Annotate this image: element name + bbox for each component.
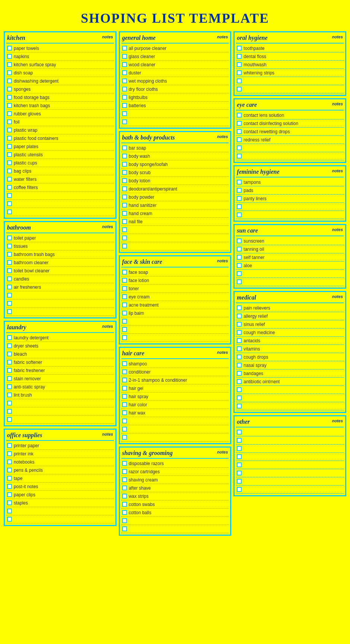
checkbox[interactable] [7,193,12,198]
checkbox[interactable] [7,417,12,422]
checkbox[interactable] [7,103,12,108]
checkbox[interactable] [7,252,12,257]
checkbox[interactable] [122,186,127,191]
checkbox[interactable] [122,227,127,232]
checkbox[interactable] [122,427,127,432]
checkbox[interactable] [7,128,12,132]
checkbox[interactable] [7,136,12,141]
checkbox[interactable] [122,302,127,307]
checkbox[interactable] [122,211,127,216]
checkbox[interactable] [237,338,242,343]
checkbox[interactable] [7,236,12,240]
checkbox[interactable] [7,70,12,75]
checkbox[interactable] [7,201,12,206]
checkbox[interactable] [7,500,12,505]
checkbox[interactable] [237,121,242,126]
checkbox[interactable] [7,87,12,92]
checkbox[interactable] [122,469,127,474]
checkbox[interactable] [7,335,12,340]
checkbox[interactable] [7,276,12,281]
checkbox[interactable] [122,62,127,67]
checkbox[interactable] [237,238,242,243]
checkbox[interactable] [122,244,127,249]
checkbox[interactable] [237,371,242,376]
checkbox[interactable] [237,79,242,83]
checkbox[interactable] [237,363,242,368]
checkbox[interactable] [237,70,242,75]
checkbox[interactable] [237,188,242,193]
checkbox[interactable] [122,236,127,240]
checkbox[interactable] [122,70,127,75]
checkbox[interactable] [237,387,242,392]
checkbox[interactable] [7,309,12,314]
checkbox[interactable] [237,454,242,459]
checkbox[interactable] [237,137,242,142]
checkbox[interactable] [237,462,242,467]
checkbox[interactable] [122,319,127,324]
checkbox[interactable] [122,203,127,208]
checkbox[interactable] [7,393,12,397]
checkbox[interactable] [122,219,127,224]
checkbox[interactable] [237,204,242,209]
checkbox[interactable] [237,330,242,335]
checkbox[interactable] [237,180,242,185]
checkbox[interactable] [237,395,242,400]
checkbox[interactable] [7,54,12,59]
checkbox[interactable] [7,244,12,249]
checkbox[interactable] [7,468,12,472]
checkbox[interactable] [7,177,12,182]
checkbox[interactable] [237,62,242,67]
checkbox[interactable] [122,178,127,183]
checkbox[interactable] [122,327,127,332]
checkbox[interactable] [122,54,127,59]
checkbox[interactable] [7,119,12,124]
checkbox[interactable] [122,119,127,124]
checkbox[interactable] [7,301,12,306]
checkbox[interactable] [237,271,242,276]
checkbox[interactable] [7,509,12,513]
checkbox[interactable] [122,95,127,100]
checkbox[interactable] [7,62,12,67]
checkbox[interactable] [122,195,127,199]
checkbox[interactable] [122,145,127,150]
checkbox[interactable] [122,494,127,499]
checkbox[interactable] [7,111,12,116]
checkbox[interactable] [7,260,12,265]
checkbox[interactable] [122,419,127,423]
checkbox[interactable] [237,263,242,268]
checkbox[interactable] [237,305,242,310]
checkbox[interactable] [122,461,127,466]
checkbox[interactable] [7,352,12,356]
checkbox[interactable] [122,402,127,407]
checkbox[interactable] [122,410,127,415]
checkbox[interactable] [237,479,242,484]
checkbox[interactable] [7,185,12,190]
checkbox[interactable] [122,386,127,391]
checkbox[interactable] [122,435,127,440]
checkbox[interactable] [237,196,242,201]
checkbox[interactable] [7,360,12,365]
checkbox[interactable] [122,79,127,83]
checkbox[interactable] [122,361,127,366]
checkbox[interactable] [7,451,12,456]
checkbox[interactable] [122,270,127,275]
checkbox[interactable] [122,162,127,167]
checkbox[interactable] [237,54,242,59]
checkbox[interactable] [7,160,12,165]
checkbox[interactable] [237,487,242,492]
checkbox[interactable] [122,103,127,108]
checkbox[interactable] [7,152,12,157]
checkbox[interactable] [7,46,12,51]
checkbox[interactable] [7,459,12,464]
checkbox[interactable] [122,311,127,315]
checkbox[interactable] [122,154,127,158]
checkbox[interactable] [122,518,127,523]
checkbox[interactable] [122,111,127,116]
checkbox[interactable] [237,322,242,327]
checkbox[interactable] [122,294,127,299]
checkbox[interactable] [122,369,127,374]
checkbox[interactable] [237,471,242,475]
checkbox[interactable] [7,376,12,381]
checkbox[interactable] [237,446,242,451]
checkbox[interactable] [237,346,242,351]
